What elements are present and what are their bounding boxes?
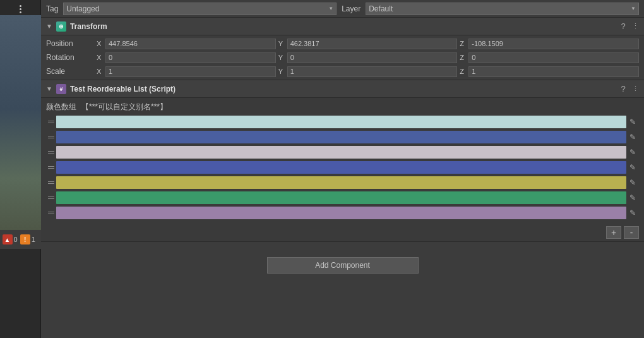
tag-value: Untagged: [66, 4, 99, 13]
error-icon: ▲: [3, 234, 13, 244]
context-menu-dots[interactable]: [14, 3, 27, 15]
drag-line1: [48, 136, 54, 136]
drag-handle[interactable]: [46, 165, 56, 170]
rotation-z-field: Z: [460, 52, 639, 63]
transform-arrow[interactable]: ▼: [46, 23, 52, 30]
drag-line1: [48, 121, 54, 121]
scale-z-input[interactable]: [468, 66, 639, 77]
position-row: Position X Y Z: [41, 37, 644, 51]
edit-color-icon[interactable]: ✎: [626, 191, 639, 204]
add-component-section: Add Component: [41, 247, 644, 284]
color-bar[interactable]: [56, 131, 626, 143]
drag-line2: [48, 198, 54, 199]
layer-dropdown[interactable]: Default ▼: [366, 3, 639, 15]
transform-title: Transform: [70, 22, 614, 31]
script-help-icon[interactable]: ?: [618, 84, 628, 94]
position-y-input[interactable]: [287, 39, 458, 49]
rotation-y-input[interactable]: [287, 52, 458, 63]
drag-line2: [48, 214, 54, 214]
script-menu-icon[interactable]: ⋮: [632, 85, 639, 93]
transform-help-icon[interactable]: ?: [618, 21, 628, 31]
script-header: ▼ # Test Reorderable List (Script) ? ⋮: [41, 80, 644, 98]
scale-z-axis: Z: [460, 68, 467, 75]
drag-handle[interactable]: [46, 135, 56, 140]
edit-color-icon[interactable]: ✎: [626, 131, 639, 143]
transform-icon: ⊕: [56, 21, 66, 32]
rotation-x-axis: X: [97, 54, 104, 61]
remove-item-button[interactable]: -: [624, 226, 639, 239]
rotation-fields: X Y Z: [97, 52, 639, 63]
color-bar[interactable]: [56, 191, 626, 204]
warn-badge: ! 1: [20, 234, 35, 244]
color-bar[interactable]: [56, 161, 626, 174]
position-y-axis: Y: [278, 40, 286, 47]
dot2: [20, 8, 21, 10]
color-list-header: 颜色数组 【***可以自定义别名***】: [46, 102, 639, 112]
tag-dropdown[interactable]: Untagged ▼: [63, 3, 337, 15]
drag-line2: [48, 183, 54, 184]
dot1: [20, 5, 21, 7]
script-icon: #: [56, 84, 66, 94]
scale-y-input[interactable]: [287, 66, 458, 77]
drag-line1: [48, 212, 54, 212]
position-x-input[interactable]: [105, 39, 276, 49]
drag-handle[interactable]: [46, 195, 56, 200]
rotation-x-field: X: [97, 52, 276, 63]
rotation-y-field: Y: [278, 52, 458, 63]
drag-handle[interactable]: [46, 119, 56, 124]
color-list-label: 颜色数组: [46, 102, 76, 112]
tag-layer-bar: Tag Untagged ▼ Layer Default ▼: [41, 0, 644, 18]
color-bar[interactable]: [56, 146, 626, 159]
layer-label: Layer: [342, 4, 361, 13]
color-bar[interactable]: [56, 176, 626, 189]
warn-icon: !: [20, 234, 30, 244]
scale-y-field: Y: [278, 66, 458, 77]
color-bar[interactable]: [56, 116, 626, 128]
drag-line2: [48, 123, 54, 123]
color-list-subtitle: 【***可以自定义别名***】: [81, 102, 167, 112]
edit-color-icon[interactable]: ✎: [626, 207, 639, 219]
edit-color-icon[interactable]: ✎: [626, 161, 639, 174]
scale-z-field: Z: [460, 66, 639, 77]
drag-handle[interactable]: [46, 210, 56, 215]
add-item-button[interactable]: +: [606, 226, 621, 239]
edit-color-icon[interactable]: ✎: [626, 116, 639, 128]
color-list-container: 颜色数组 【***可以自定义别名***】 ✎ ✎ ✎: [41, 98, 644, 224]
rotation-x-input[interactable]: [105, 52, 276, 63]
scale-y-axis: Y: [278, 68, 286, 75]
edit-color-icon[interactable]: ✎: [626, 176, 639, 189]
drag-line2: [48, 153, 54, 154]
drag-handle[interactable]: [46, 180, 56, 185]
layer-value: Default: [369, 4, 393, 13]
drag-line1: [48, 196, 54, 197]
add-component-button[interactable]: Add Component: [267, 257, 419, 274]
status-bar: ▲ 0 ! 1: [0, 230, 41, 249]
position-z-input[interactable]: [468, 39, 639, 49]
rotation-z-axis: Z: [460, 54, 467, 61]
warn-count: 1: [32, 236, 35, 243]
drag-handle[interactable]: [46, 150, 56, 155]
transform-menu-icon[interactable]: ⋮: [632, 22, 639, 30]
position-x-field: X: [97, 39, 276, 49]
scale-x-axis: X: [97, 68, 104, 75]
position-x-axis: X: [97, 40, 104, 47]
transform-component: ▼ ⊕ Transform ? ⋮ Position X Y: [41, 18, 644, 80]
rotation-label: Rotation: [46, 53, 97, 62]
script-arrow[interactable]: ▼: [46, 85, 52, 92]
position-z-field: Z: [460, 39, 639, 49]
rotation-z-input[interactable]: [468, 52, 639, 63]
dot3: [20, 11, 21, 13]
scale-x-field: X: [97, 66, 276, 77]
add-component-label: Add Component: [315, 261, 370, 270]
color-rows: ✎ ✎ ✎ ✎: [46, 115, 639, 220]
edit-color-icon[interactable]: ✎: [626, 146, 639, 159]
inspector-panel: Tag Untagged ▼ Layer Default ▼ ▼ ⊕ Trans…: [41, 0, 644, 338]
color-list-item: ✎: [46, 160, 639, 174]
scale-label: Scale: [46, 67, 97, 76]
transform-body: Position X Y Z: [41, 35, 644, 80]
tag-dropdown-arrow: ▼: [328, 6, 333, 11]
color-bar[interactable]: [56, 207, 626, 219]
layer-dropdown-arrow: ▼: [631, 6, 636, 11]
drag-line2: [48, 168, 54, 169]
scale-x-input[interactable]: [105, 66, 276, 77]
